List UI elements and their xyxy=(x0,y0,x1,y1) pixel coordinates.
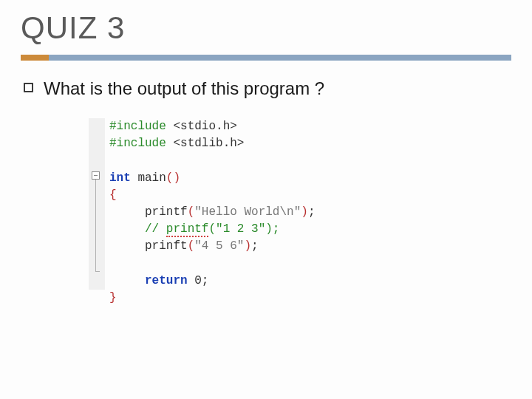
code-line xyxy=(109,256,315,273)
paren: ( xyxy=(188,205,195,219)
squiggle-underline: printf xyxy=(166,222,209,237)
brace: } xyxy=(109,291,117,304)
divider-accent xyxy=(21,55,49,61)
code-line: return 0; xyxy=(109,273,315,290)
function-name: main xyxy=(131,171,166,185)
bullet-icon xyxy=(24,83,33,92)
title-divider xyxy=(21,50,511,65)
string-literal: "4 5 6" xyxy=(194,239,244,253)
bullet-item: What is the output of this program ? xyxy=(21,78,511,99)
header-name: <stdio.h> xyxy=(173,120,236,133)
indent xyxy=(109,205,145,219)
code-line: { xyxy=(109,187,315,204)
code-line: int main() xyxy=(109,170,315,187)
fold-guide-line xyxy=(95,180,96,271)
function-call: prinft xyxy=(145,239,188,253)
paren: ( xyxy=(166,171,174,185)
indent xyxy=(109,239,145,253)
code-block: #include <stdio.h> #include <stdlib.h> i… xyxy=(89,118,511,307)
semicolon: ; xyxy=(308,205,316,219)
semicolon: ; xyxy=(202,274,209,287)
return-value: 0 xyxy=(188,274,202,287)
code-line: } xyxy=(109,290,315,307)
fold-icon xyxy=(92,171,100,180)
paren: ) xyxy=(173,171,180,185)
header-name: <stdlib.h> xyxy=(173,137,244,150)
function-call: printf xyxy=(145,205,188,219)
paren: ( xyxy=(188,239,195,253)
keyword: int xyxy=(109,171,131,185)
brace: { xyxy=(109,188,117,202)
comment-tail: ("1 2 3"); xyxy=(208,222,279,236)
preprocessor: #include xyxy=(109,120,173,133)
divider-line xyxy=(49,55,511,61)
indent xyxy=(109,222,145,236)
string-literal: "Hello World\n" xyxy=(194,205,301,219)
code-line: // printf("1 2 3"); xyxy=(109,221,315,238)
code-line xyxy=(109,152,315,169)
comment: // printf("1 2 3"); xyxy=(145,222,279,237)
indent xyxy=(109,274,145,287)
comment-prefix: // xyxy=(145,222,166,236)
code-content: #include <stdio.h> #include <stdlib.h> i… xyxy=(105,118,315,307)
slide-title: QUIZ 3 xyxy=(21,10,511,46)
code-line: prinft("4 5 6"); xyxy=(109,238,315,255)
question-text: What is the output of this program ? xyxy=(44,78,324,99)
code-line: #include <stdlib.h> xyxy=(109,135,315,152)
preprocessor: #include xyxy=(109,137,173,150)
paren: ) xyxy=(301,205,308,219)
code-line: printf("Hello World\n"); xyxy=(109,204,315,221)
paren: ) xyxy=(244,239,251,253)
fold-guide-corner xyxy=(95,271,100,272)
code-line: #include <stdio.h> xyxy=(109,118,315,135)
keyword: return xyxy=(145,274,188,287)
semicolon: ; xyxy=(251,239,259,253)
code-gutter xyxy=(89,118,105,290)
